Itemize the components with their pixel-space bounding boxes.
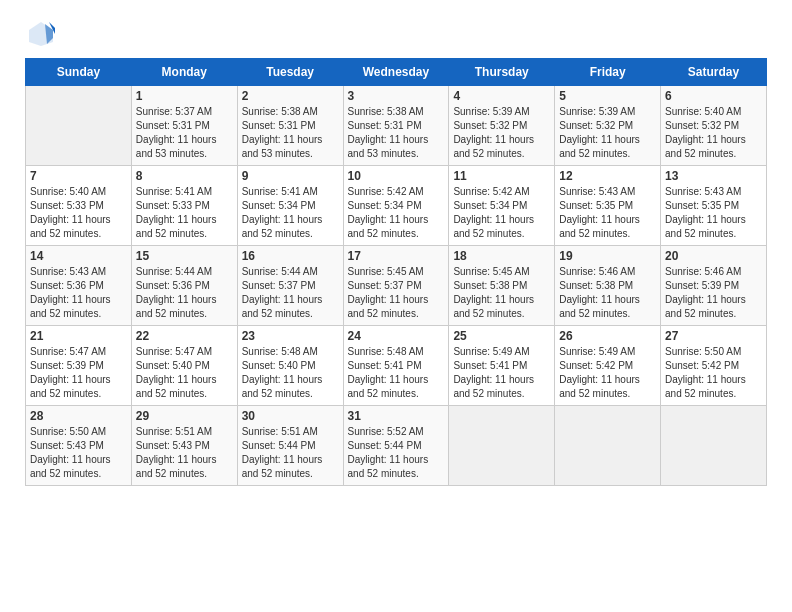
calendar-day-cell: 20Sunrise: 5:46 AMSunset: 5:39 PMDayligh…: [661, 246, 767, 326]
day-number: 9: [242, 169, 339, 183]
calendar-day-cell: 28Sunrise: 5:50 AMSunset: 5:43 PMDayligh…: [26, 406, 132, 486]
calendar-day-cell: 13Sunrise: 5:43 AMSunset: 5:35 PMDayligh…: [661, 166, 767, 246]
day-number: 29: [136, 409, 233, 423]
day-info: Sunrise: 5:38 AMSunset: 5:31 PMDaylight:…: [348, 105, 445, 161]
calendar-day-cell: 7Sunrise: 5:40 AMSunset: 5:33 PMDaylight…: [26, 166, 132, 246]
weekday-header-cell: Saturday: [661, 59, 767, 86]
day-number: 13: [665, 169, 762, 183]
day-info: Sunrise: 5:43 AMSunset: 5:35 PMDaylight:…: [559, 185, 656, 241]
day-number: 15: [136, 249, 233, 263]
calendar-day-cell: 17Sunrise: 5:45 AMSunset: 5:37 PMDayligh…: [343, 246, 449, 326]
calendar-day-cell: 1Sunrise: 5:37 AMSunset: 5:31 PMDaylight…: [131, 86, 237, 166]
day-number: 18: [453, 249, 550, 263]
day-info: Sunrise: 5:44 AMSunset: 5:37 PMDaylight:…: [242, 265, 339, 321]
day-number: 16: [242, 249, 339, 263]
day-number: 14: [30, 249, 127, 263]
logo: [25, 20, 55, 48]
day-info: Sunrise: 5:42 AMSunset: 5:34 PMDaylight:…: [348, 185, 445, 241]
day-number: 24: [348, 329, 445, 343]
weekday-header-row: SundayMondayTuesdayWednesdayThursdayFrid…: [26, 59, 767, 86]
day-info: Sunrise: 5:40 AMSunset: 5:32 PMDaylight:…: [665, 105, 762, 161]
day-info: Sunrise: 5:39 AMSunset: 5:32 PMDaylight:…: [559, 105, 656, 161]
page-header: [25, 20, 767, 48]
day-info: Sunrise: 5:43 AMSunset: 5:35 PMDaylight:…: [665, 185, 762, 241]
weekday-header-cell: Tuesday: [237, 59, 343, 86]
day-info: Sunrise: 5:44 AMSunset: 5:36 PMDaylight:…: [136, 265, 233, 321]
calendar-day-cell: 26Sunrise: 5:49 AMSunset: 5:42 PMDayligh…: [555, 326, 661, 406]
calendar-day-cell: 25Sunrise: 5:49 AMSunset: 5:41 PMDayligh…: [449, 326, 555, 406]
calendar-day-cell: 9Sunrise: 5:41 AMSunset: 5:34 PMDaylight…: [237, 166, 343, 246]
calendar-day-cell: 16Sunrise: 5:44 AMSunset: 5:37 PMDayligh…: [237, 246, 343, 326]
calendar-day-cell: [449, 406, 555, 486]
day-info: Sunrise: 5:46 AMSunset: 5:39 PMDaylight:…: [665, 265, 762, 321]
day-info: Sunrise: 5:49 AMSunset: 5:42 PMDaylight:…: [559, 345, 656, 401]
calendar-week-row: 28Sunrise: 5:50 AMSunset: 5:43 PMDayligh…: [26, 406, 767, 486]
day-number: 19: [559, 249, 656, 263]
day-info: Sunrise: 5:37 AMSunset: 5:31 PMDaylight:…: [136, 105, 233, 161]
day-info: Sunrise: 5:48 AMSunset: 5:40 PMDaylight:…: [242, 345, 339, 401]
day-number: 21: [30, 329, 127, 343]
calendar-day-cell: 8Sunrise: 5:41 AMSunset: 5:33 PMDaylight…: [131, 166, 237, 246]
day-number: 12: [559, 169, 656, 183]
calendar-day-cell: 18Sunrise: 5:45 AMSunset: 5:38 PMDayligh…: [449, 246, 555, 326]
calendar-day-cell: 3Sunrise: 5:38 AMSunset: 5:31 PMDaylight…: [343, 86, 449, 166]
day-number: 20: [665, 249, 762, 263]
day-info: Sunrise: 5:38 AMSunset: 5:31 PMDaylight:…: [242, 105, 339, 161]
calendar-week-row: 14Sunrise: 5:43 AMSunset: 5:36 PMDayligh…: [26, 246, 767, 326]
day-info: Sunrise: 5:39 AMSunset: 5:32 PMDaylight:…: [453, 105, 550, 161]
calendar-day-cell: 27Sunrise: 5:50 AMSunset: 5:42 PMDayligh…: [661, 326, 767, 406]
calendar-day-cell: 22Sunrise: 5:47 AMSunset: 5:40 PMDayligh…: [131, 326, 237, 406]
day-number: 3: [348, 89, 445, 103]
calendar-day-cell: 23Sunrise: 5:48 AMSunset: 5:40 PMDayligh…: [237, 326, 343, 406]
calendar-week-row: 7Sunrise: 5:40 AMSunset: 5:33 PMDaylight…: [26, 166, 767, 246]
calendar-day-cell: 2Sunrise: 5:38 AMSunset: 5:31 PMDaylight…: [237, 86, 343, 166]
logo-icon: [27, 20, 55, 48]
day-info: Sunrise: 5:40 AMSunset: 5:33 PMDaylight:…: [30, 185, 127, 241]
day-number: 17: [348, 249, 445, 263]
day-number: 31: [348, 409, 445, 423]
calendar-day-cell: 14Sunrise: 5:43 AMSunset: 5:36 PMDayligh…: [26, 246, 132, 326]
day-number: 28: [30, 409, 127, 423]
calendar-day-cell: 19Sunrise: 5:46 AMSunset: 5:38 PMDayligh…: [555, 246, 661, 326]
day-info: Sunrise: 5:41 AMSunset: 5:33 PMDaylight:…: [136, 185, 233, 241]
calendar-day-cell: 15Sunrise: 5:44 AMSunset: 5:36 PMDayligh…: [131, 246, 237, 326]
day-number: 1: [136, 89, 233, 103]
day-info: Sunrise: 5:51 AMSunset: 5:44 PMDaylight:…: [242, 425, 339, 481]
calendar-day-cell: 11Sunrise: 5:42 AMSunset: 5:34 PMDayligh…: [449, 166, 555, 246]
day-info: Sunrise: 5:52 AMSunset: 5:44 PMDaylight:…: [348, 425, 445, 481]
day-info: Sunrise: 5:51 AMSunset: 5:43 PMDaylight:…: [136, 425, 233, 481]
calendar-day-cell: 6Sunrise: 5:40 AMSunset: 5:32 PMDaylight…: [661, 86, 767, 166]
day-info: Sunrise: 5:43 AMSunset: 5:36 PMDaylight:…: [30, 265, 127, 321]
day-number: 5: [559, 89, 656, 103]
calendar-day-cell: 4Sunrise: 5:39 AMSunset: 5:32 PMDaylight…: [449, 86, 555, 166]
calendar-day-cell: 5Sunrise: 5:39 AMSunset: 5:32 PMDaylight…: [555, 86, 661, 166]
day-info: Sunrise: 5:49 AMSunset: 5:41 PMDaylight:…: [453, 345, 550, 401]
day-info: Sunrise: 5:47 AMSunset: 5:39 PMDaylight:…: [30, 345, 127, 401]
day-number: 2: [242, 89, 339, 103]
day-info: Sunrise: 5:41 AMSunset: 5:34 PMDaylight:…: [242, 185, 339, 241]
weekday-header-cell: Wednesday: [343, 59, 449, 86]
day-number: 6: [665, 89, 762, 103]
day-info: Sunrise: 5:47 AMSunset: 5:40 PMDaylight:…: [136, 345, 233, 401]
day-info: Sunrise: 5:50 AMSunset: 5:43 PMDaylight:…: [30, 425, 127, 481]
calendar-day-cell: 12Sunrise: 5:43 AMSunset: 5:35 PMDayligh…: [555, 166, 661, 246]
calendar-day-cell: 30Sunrise: 5:51 AMSunset: 5:44 PMDayligh…: [237, 406, 343, 486]
weekday-header-cell: Sunday: [26, 59, 132, 86]
calendar-day-cell: [661, 406, 767, 486]
day-number: 23: [242, 329, 339, 343]
calendar-day-cell: 31Sunrise: 5:52 AMSunset: 5:44 PMDayligh…: [343, 406, 449, 486]
calendar-day-cell: [555, 406, 661, 486]
day-number: 25: [453, 329, 550, 343]
calendar-day-cell: [26, 86, 132, 166]
calendar-week-row: 21Sunrise: 5:47 AMSunset: 5:39 PMDayligh…: [26, 326, 767, 406]
day-number: 30: [242, 409, 339, 423]
day-info: Sunrise: 5:48 AMSunset: 5:41 PMDaylight:…: [348, 345, 445, 401]
day-number: 22: [136, 329, 233, 343]
calendar-table: SundayMondayTuesdayWednesdayThursdayFrid…: [25, 58, 767, 486]
calendar-day-cell: 24Sunrise: 5:48 AMSunset: 5:41 PMDayligh…: [343, 326, 449, 406]
day-number: 7: [30, 169, 127, 183]
day-number: 26: [559, 329, 656, 343]
day-number: 11: [453, 169, 550, 183]
weekday-header-cell: Monday: [131, 59, 237, 86]
calendar-day-cell: 29Sunrise: 5:51 AMSunset: 5:43 PMDayligh…: [131, 406, 237, 486]
